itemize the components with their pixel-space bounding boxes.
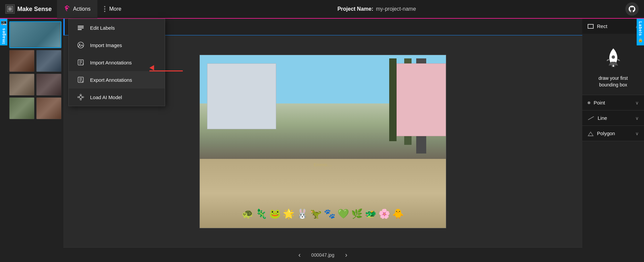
char-11: 🌸 — [379, 208, 390, 219]
char-5: 🐰 — [296, 208, 308, 219]
rect-label: Rect — [597, 23, 607, 29]
polygon-tool-section: Polygon ∨ — [582, 126, 644, 141]
thumbnail-3[interactable] — [36, 50, 61, 72]
three-dots-icon — [104, 6, 105, 12]
line-tool-header[interactable]: Line ∨ — [582, 110, 644, 125]
logo-icon — [5, 4, 15, 14]
line-tool-section: Line ∨ — [582, 110, 644, 126]
point-tool-left: Point — [588, 100, 605, 105]
polygon-tool-header[interactable]: Polygon ∨ — [582, 126, 644, 141]
import-images-icon — [77, 41, 85, 49]
thumbnail-grid — [0, 19, 63, 122]
polygon-chevron-icon: ∨ — [635, 131, 639, 136]
polygon-tool-left: Polygon — [588, 130, 615, 136]
load-ai-model-icon — [77, 93, 85, 101]
pink-wall — [397, 63, 446, 136]
images-tab[interactable]: Images 📷 — [0, 19, 7, 45]
char-3: 🐸 — [269, 208, 281, 219]
svg-point-32 — [612, 55, 615, 59]
line-chevron-icon: ∨ — [635, 115, 639, 121]
thumbnail-4[interactable] — [9, 74, 34, 95]
svg-point-12 — [82, 96, 84, 98]
svg-point-10 — [79, 96, 82, 98]
image-list — [0, 19, 63, 262]
char-12: 🐥 — [392, 208, 404, 219]
char-10: 🐲 — [365, 208, 377, 219]
load-ai-model-label: Load AI Model — [90, 94, 122, 100]
import-annotations-label: Import Annotations — [90, 60, 132, 65]
actions-label: Actions — [73, 6, 90, 12]
tree-3 — [389, 58, 397, 142]
labels-tab[interactable]: Labels 🔒 — [637, 19, 644, 45]
import-annotations-icon — [77, 58, 85, 66]
edit-labels-icon — [77, 24, 85, 32]
actions-icon — [64, 5, 70, 13]
right-panel: Rect ∧ draw your first bounding box — [582, 19, 644, 262]
more-button[interactable]: More — [97, 0, 128, 18]
draw-prompt: draw your first bounding box — [599, 75, 628, 88]
arrow-line — [149, 70, 183, 71]
project-name-label: Project Name: — [338, 6, 374, 12]
char-9: 🌿 — [351, 208, 363, 219]
next-image-button[interactable]: › — [341, 250, 352, 260]
svg-rect-1 — [8, 7, 12, 11]
rect-tool-left: Rect — [588, 23, 607, 29]
rect-tool-content: draw your first bounding box — [582, 34, 644, 95]
point-tool-section: Point ∨ — [582, 95, 644, 110]
actions-dropdown: Edit Labels Import Images Import Annotat… — [68, 19, 165, 106]
svg-point-6 — [78, 42, 84, 48]
import-images-item[interactable]: Import Images — [69, 36, 165, 54]
svg-point-13 — [80, 94, 81, 95]
watermark: Emmio.... — [314, 162, 332, 167]
prev-image-button[interactable]: ‹ — [294, 250, 305, 260]
line-label: Line — [598, 115, 607, 121]
char-4: 🌟 — [283, 208, 294, 219]
building-left — [207, 63, 276, 129]
char-6: 🦖 — [310, 208, 322, 219]
load-ai-model-item[interactable]: Load AI Model — [69, 88, 165, 106]
export-annotations-label: Export Annotations — [90, 77, 132, 83]
rect-tool-section: Rect ∧ draw your first bounding box — [582, 19, 644, 95]
camera-icon: 📷 — [1, 20, 6, 26]
line-tool-left: Line — [588, 115, 607, 121]
bottom-nav: ‹ 000047.jpg › — [63, 247, 582, 262]
char-8: 💚 — [338, 208, 349, 219]
thumbnail-2[interactable] — [9, 50, 34, 72]
rect-tool-header[interactable]: Rect ∧ — [582, 19, 644, 34]
next-icon: › — [345, 251, 348, 258]
svg-rect-3 — [78, 26, 84, 27]
point-tool-header[interactable]: Point ∨ — [582, 95, 644, 110]
svg-point-14 — [80, 99, 81, 100]
lock-icon: 🔒 — [638, 37, 643, 43]
thumbnail-5[interactable] — [36, 74, 61, 95]
export-arrow — [149, 65, 183, 71]
edit-labels-label: Edit Labels — [90, 25, 115, 31]
topbar: Make Sense Actions More Project Name: my… — [0, 0, 644, 19]
svg-point-7 — [79, 44, 80, 45]
point-chevron-icon: ∨ — [635, 100, 639, 105]
prev-icon: ‹ — [298, 251, 301, 258]
filename-display: 000047.jpg — [311, 252, 334, 258]
character-group: 🐢 🦎 🐸 🌟 🐰 🦖 🐾 💚 🌿 🐲 🌸 🐥 — [212, 208, 434, 219]
svg-rect-5 — [78, 29, 82, 30]
svg-point-11 — [78, 96, 79, 98]
actions-button[interactable]: Actions — [57, 0, 97, 18]
point-icon — [588, 101, 590, 104]
thumbnail-7[interactable] — [36, 97, 61, 119]
images-tab-label: Images — [1, 28, 6, 43]
thumbnail-1[interactable] — [9, 21, 61, 48]
polygon-label: Polygon — [597, 130, 615, 136]
rocket-icon — [605, 47, 622, 70]
project-name-value: my-project-name — [376, 6, 416, 12]
labels-tab-label: Labels — [638, 21, 643, 36]
thumbnail-6[interactable] — [9, 97, 34, 119]
toolbar-highlight-bar — [63, 19, 65, 35]
edit-labels-item[interactable]: Edit Labels — [69, 19, 165, 36]
char-2: 🦎 — [255, 208, 267, 219]
point-label: Point — [594, 100, 605, 105]
import-images-label: Import Images — [90, 42, 122, 48]
main-image-frame: 🐢 🦎 🐸 🌟 🐰 🦖 🐾 💚 🌿 🐲 🌸 🐥 Emmio.... — [199, 55, 446, 228]
github-button[interactable] — [625, 2, 639, 16]
polygon-icon — [588, 131, 594, 136]
export-annotations-item[interactable]: Export Annotations — [69, 71, 165, 88]
